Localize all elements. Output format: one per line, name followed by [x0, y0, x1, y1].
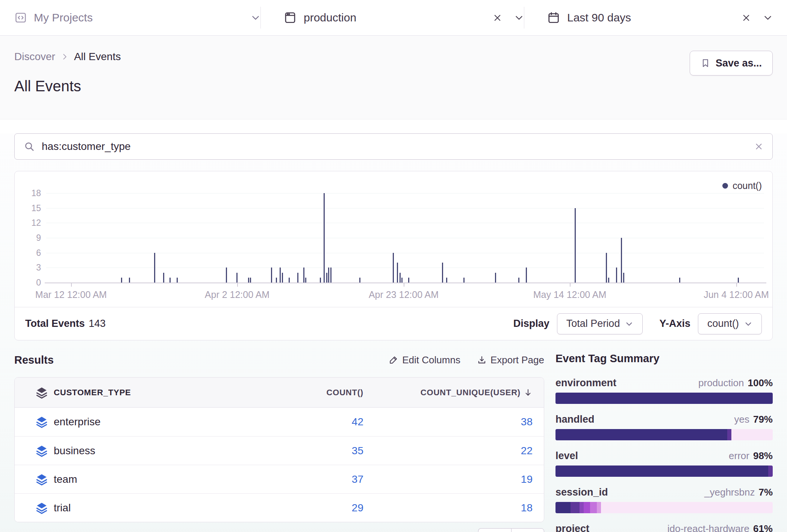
- stack-icon: [30, 473, 54, 486]
- chart-bar[interactable]: [393, 253, 394, 283]
- chart-bar[interactable]: [289, 278, 290, 283]
- tag-group-level: levelerror98%: [555, 450, 773, 477]
- cell-count-link[interactable]: 29: [273, 502, 363, 514]
- chart-bar[interactable]: [282, 273, 283, 283]
- page-header: Discover All Events All Events Save as..…: [0, 36, 787, 119]
- chevron-down-icon: [625, 320, 633, 328]
- yaxis-select[interactable]: count(): [698, 313, 762, 334]
- chart-bar[interactable]: [226, 268, 227, 283]
- table-row: trial2918: [15, 493, 544, 522]
- column-count-unique[interactable]: COUNT_UNIQUE(USER): [363, 388, 544, 397]
- cell-customer-type[interactable]: business: [54, 445, 273, 457]
- cell-customer-type[interactable]: team: [54, 473, 273, 485]
- chart-bar[interactable]: [575, 208, 576, 283]
- chart-bar[interactable]: [326, 273, 327, 283]
- tag-bar-segment: [768, 466, 773, 477]
- cell-count-unique-link[interactable]: 22: [363, 445, 544, 457]
- chart-bar[interactable]: [303, 268, 304, 283]
- clear-environment-icon[interactable]: [493, 13, 502, 23]
- chart-bar[interactable]: [442, 263, 443, 283]
- project-selector[interactable]: My Projects: [14, 0, 260, 36]
- breadcrumb-chevron-icon: [61, 53, 69, 61]
- chart-bar[interactable]: [446, 278, 447, 283]
- cell-count-link[interactable]: 37: [273, 473, 363, 485]
- chart-bar[interactable]: [397, 263, 398, 283]
- chart-bar[interactable]: [276, 278, 277, 283]
- chart-bar[interactable]: [324, 193, 325, 283]
- tag-distribution-bar[interactable]: [555, 393, 773, 404]
- date-range-selector[interactable]: Last 90 days: [524, 0, 773, 36]
- cell-count-unique-link[interactable]: 19: [363, 473, 544, 485]
- chart-bar[interactable]: [177, 278, 178, 283]
- cell-customer-type[interactable]: trial: [54, 502, 273, 514]
- chart-bar[interactable]: [305, 278, 306, 283]
- y-axis-tick-label: 9: [17, 233, 41, 243]
- x-axis-tick-label: Apr 23 12:00 AM: [369, 289, 439, 300]
- tag-distribution-bar[interactable]: [555, 429, 773, 440]
- chart-bar[interactable]: [526, 268, 527, 283]
- cell-count-link[interactable]: 35: [273, 445, 363, 457]
- chart-bar[interactable]: [738, 278, 739, 283]
- tag-distribution-bar[interactable]: [555, 502, 773, 513]
- chart-bar[interactable]: [170, 278, 171, 283]
- tag-top-percent: 98%: [753, 450, 773, 462]
- chart-bar[interactable]: [401, 278, 403, 283]
- chart-bar[interactable]: [359, 278, 360, 283]
- chart-bar[interactable]: [330, 268, 331, 283]
- column-count[interactable]: COUNT(): [273, 388, 363, 397]
- search-icon: [24, 141, 35, 152]
- chart-bar[interactable]: [608, 278, 609, 283]
- tag-distribution-bar[interactable]: [555, 466, 773, 477]
- chart-bar[interactable]: [328, 268, 329, 283]
- chart-bar[interactable]: [250, 278, 251, 283]
- chart-bar[interactable]: [606, 253, 607, 283]
- chart-bar[interactable]: [163, 273, 164, 283]
- chart-bar[interactable]: [248, 278, 249, 283]
- export-page-button[interactable]: Export Page: [477, 354, 544, 366]
- x-axis-tick: [71, 283, 72, 287]
- chart-bar[interactable]: [495, 273, 496, 283]
- events-chart: count() Total Events 143 Display Total P…: [14, 171, 773, 340]
- chart-bar[interactable]: [621, 238, 622, 283]
- save-as-button[interactable]: Save as...: [690, 51, 773, 76]
- chevron-down-icon: [514, 13, 524, 23]
- table-row: team3719: [15, 465, 544, 493]
- chart-footer: Total Events 143 Display Total Period Y-…: [15, 307, 772, 340]
- cell-count-unique-link[interactable]: 38: [363, 416, 544, 428]
- tag-top-percent: 7%: [758, 487, 773, 498]
- tag-bar-segment: [597, 502, 601, 513]
- cell-count-link[interactable]: 42: [273, 416, 363, 428]
- chart-bar[interactable]: [280, 268, 281, 283]
- search-input[interactable]: [42, 141, 748, 153]
- column-customer-type[interactable]: CUSTOMER_TYPE: [54, 388, 273, 397]
- clear-search-icon[interactable]: [754, 142, 763, 151]
- chart-bar[interactable]: [320, 278, 321, 283]
- y-axis-tick-label: 0: [17, 278, 41, 288]
- chart-bar[interactable]: [623, 273, 624, 283]
- chart-bar[interactable]: [408, 278, 409, 283]
- chart-bar[interactable]: [129, 278, 130, 283]
- cell-customer-type[interactable]: enterprise: [54, 416, 273, 428]
- previous-page-button[interactable]: [478, 528, 511, 532]
- chart-legend[interactable]: count(): [722, 180, 762, 191]
- chart-bar[interactable]: [121, 278, 122, 283]
- chart-bar[interactable]: [518, 278, 519, 283]
- chart-bar[interactable]: [463, 278, 465, 283]
- display-select[interactable]: Total Period: [557, 313, 643, 334]
- edit-columns-label: Edit Columns: [402, 354, 460, 366]
- next-page-button[interactable]: [511, 528, 544, 532]
- chart-bar[interactable]: [271, 268, 272, 283]
- chart-bar[interactable]: [154, 253, 155, 283]
- chart-bar[interactable]: [679, 278, 680, 283]
- clear-date-icon[interactable]: [742, 13, 751, 23]
- chart-bar[interactable]: [236, 273, 238, 283]
- cell-count-unique-link[interactable]: 18: [363, 502, 544, 514]
- chart-bar[interactable]: [616, 268, 617, 283]
- x-axis-tick: [237, 283, 238, 287]
- chart-bar[interactable]: [400, 273, 401, 283]
- chart-bar[interactable]: [297, 273, 298, 283]
- breadcrumb-discover[interactable]: Discover: [14, 51, 55, 63]
- environment-selector[interactable]: production: [261, 0, 524, 36]
- edit-columns-button[interactable]: Edit Columns: [389, 354, 460, 366]
- tag-bar-segment: [727, 429, 732, 440]
